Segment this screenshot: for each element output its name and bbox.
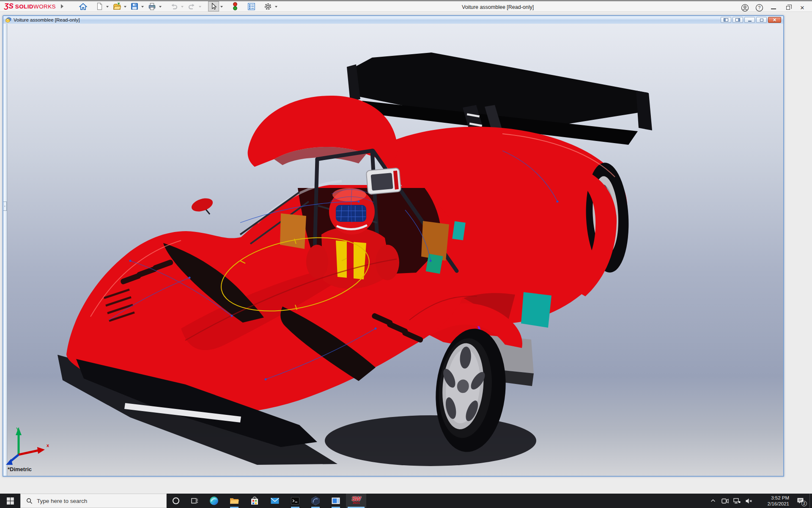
account-icon <box>741 4 749 12</box>
open-button[interactable] <box>111 1 123 11</box>
windows-logo-icon <box>7 497 14 505</box>
doc-pane-right-button[interactable] <box>732 17 743 23</box>
save-caret[interactable] <box>141 6 144 9</box>
feature-panel-strip[interactable] <box>3 24 7 476</box>
taskbar-clock[interactable]: 3:52 PM 2/16/2021 <box>754 494 791 508</box>
taskbar-mail-button[interactable] <box>265 494 285 508</box>
close-icon: ✕ <box>800 5 805 11</box>
doc-restore-button[interactable] <box>756 17 767 23</box>
network-button[interactable] <box>731 494 743 508</box>
notification-badge: 2 <box>801 501 807 506</box>
file-explorer-icon <box>229 496 239 506</box>
taskbar-edge-button[interactable] <box>204 494 224 508</box>
redo-caret[interactable] <box>199 6 201 9</box>
volume-muted-icon <box>745 498 752 504</box>
window-title: Voiture assomblee [Read-only] <box>462 4 534 10</box>
clock-date: 2/16/2021 <box>768 501 789 507</box>
store-icon <box>250 496 260 506</box>
print-button[interactable] <box>146 1 158 11</box>
open-folder-icon <box>113 3 121 11</box>
show-desktop-button[interactable] <box>809 494 812 508</box>
cortana-icon <box>172 497 180 505</box>
select-tool-caret[interactable] <box>220 6 223 9</box>
settings-caret[interactable] <box>275 6 277 9</box>
close-button[interactable]: ✕ <box>796 3 809 12</box>
action-center-button[interactable]: 2 <box>791 494 809 508</box>
taskbar-terminal-button[interactable] <box>285 494 305 508</box>
home-button[interactable] <box>77 1 89 11</box>
cortana-button[interactable] <box>167 494 185 508</box>
settings-button[interactable] <box>262 1 274 11</box>
hexagon-app-icon <box>310 496 321 506</box>
view-orientation-label: *Dimetric <box>8 466 32 472</box>
start-button[interactable] <box>0 494 20 508</box>
restore-button[interactable] <box>782 3 794 12</box>
home-icon <box>79 3 87 11</box>
pane-right-icon <box>735 18 740 22</box>
task-view-icon <box>191 497 198 505</box>
redo-icon <box>188 3 196 11</box>
car-model <box>3 24 783 476</box>
svg-text:?: ? <box>758 5 760 10</box>
doc-minimize-icon <box>748 21 752 22</box>
mdi-area: Voiture assomblee [Read-only] ✕ <box>0 12 812 494</box>
taskbar-explorer-button[interactable] <box>224 494 244 508</box>
edge-icon <box>209 496 219 506</box>
help-icon: ? <box>755 4 763 12</box>
doc-close-icon: ✕ <box>773 18 776 22</box>
window-controls: ? ✕ <box>738 3 809 13</box>
minimize-icon <box>771 8 776 9</box>
taskbar-window-app-button[interactable] <box>326 494 346 508</box>
ethernet-icon <box>733 498 741 504</box>
svg-text:x: x <box>47 443 49 448</box>
taskbar-hexagon-app-button[interactable] <box>305 494 326 508</box>
undo-icon <box>170 3 178 11</box>
document-titlebar[interactable]: Voiture assomblee [Read-only] ✕ <box>3 16 783 24</box>
volume-button[interactable] <box>743 494 754 508</box>
document-title: Voiture assomblee [Read-only] <box>14 17 80 22</box>
meet-now-button[interactable] <box>719 494 731 508</box>
search-icon <box>26 498 33 504</box>
undo-caret[interactable] <box>181 6 184 9</box>
document-window: Voiture assomblee [Read-only] ✕ <box>3 15 784 477</box>
graphics-area[interactable]: ‹ Y x *Dimetric <box>3 24 783 476</box>
panel-expand-tab[interactable]: ‹ <box>3 202 7 211</box>
chevron-up-icon <box>710 498 716 504</box>
options-list-button[interactable] <box>246 1 257 11</box>
toolbar-expand-arrow-icon[interactable] <box>61 4 66 8</box>
print-caret[interactable] <box>159 6 162 9</box>
doc-restore-icon <box>760 19 763 22</box>
app-titlebar: ƷS SOLID WORKS <box>0 0 812 12</box>
new-document-button[interactable] <box>94 1 105 11</box>
account-button[interactable] <box>738 3 751 12</box>
doc-minimize-button[interactable] <box>744 17 755 23</box>
taskbar-store-button[interactable] <box>244 494 265 508</box>
tray-chevron-button[interactable] <box>707 494 719 508</box>
select-tool-button[interactable] <box>208 1 219 11</box>
task-view-button[interactable] <box>185 494 204 508</box>
pane-left-icon <box>724 18 728 22</box>
orientation-triad: Y x <box>3 426 58 468</box>
traffic-light-button[interactable] <box>230 1 241 11</box>
redo-button[interactable] <box>186 1 198 11</box>
mail-icon <box>270 496 280 506</box>
doc-pane-left-button[interactable] <box>721 17 731 23</box>
assembly-icon <box>5 17 12 23</box>
doc-close-button[interactable]: ✕ <box>768 17 781 23</box>
search-input[interactable] <box>37 498 155 504</box>
undo-button[interactable] <box>168 1 180 11</box>
save-button[interactable] <box>129 1 140 11</box>
solidworks-logo: ƷS SOLID WORKS <box>4 2 56 11</box>
taskbar-solidworks-button[interactable]: SW 2021 <box>346 494 366 508</box>
ds-logo-mark: ƷS <box>4 2 14 11</box>
save-icon <box>131 3 138 10</box>
open-caret[interactable] <box>124 6 126 9</box>
taskbar-search[interactable] <box>20 494 167 508</box>
svg-text:Y: Y <box>16 427 19 432</box>
quick-access-toolbar <box>77 1 279 12</box>
options-list-icon <box>247 3 255 11</box>
system-tray: 3:52 PM 2/16/2021 2 <box>707 494 812 508</box>
minimize-button[interactable] <box>767 3 780 12</box>
help-button[interactable]: ? <box>753 3 765 12</box>
new-document-caret[interactable] <box>106 6 109 9</box>
